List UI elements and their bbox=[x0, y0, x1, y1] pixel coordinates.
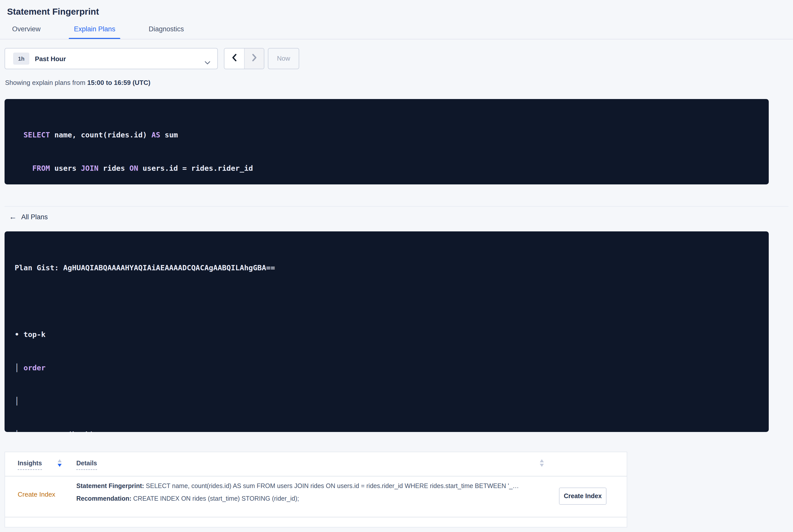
blank-line bbox=[15, 296, 275, 307]
insights-column-header[interactable]: Insights bbox=[18, 460, 42, 467]
time-range-summary: Showing explain plans from 15:00 to 16:5… bbox=[5, 78, 150, 88]
sql-statement: SELECT name, count(rides.id) AS sum FROM… bbox=[15, 107, 253, 185]
plan-gist-label: Plan Gist: bbox=[15, 264, 63, 272]
chevron-right-icon bbox=[251, 54, 257, 64]
next-interval-button[interactable] bbox=[245, 49, 264, 69]
sql-line: SELECT name, count(rides.id) AS sum bbox=[15, 129, 253, 140]
sort-icon-insights[interactable] bbox=[58, 459, 62, 467]
sql-line: FROM users JOIN rides ON users.id = ride… bbox=[15, 163, 253, 174]
previous-interval-button[interactable] bbox=[224, 49, 245, 69]
tab-divider bbox=[0, 39, 793, 39]
plan-gist-content: Plan Gist: AgHUAQIABQAAAAHYAQIAiAEAAAADC… bbox=[15, 240, 275, 432]
recommendation-detail: Recommendation: CREATE INDEX ON rides (s… bbox=[76, 495, 544, 503]
all-plans-label: All Plans bbox=[21, 213, 48, 221]
plan-tree-line: • top-k bbox=[15, 329, 275, 340]
sort-down-triangle bbox=[540, 464, 544, 467]
time-range-label: Past Hour bbox=[35, 55, 66, 62]
summary-range: 15:00 to 16:59 (UTC) bbox=[87, 79, 150, 87]
insights-table: Insights Details Create Index Statement … bbox=[4, 452, 627, 528]
tab-explain-plans[interactable]: Explain Plans bbox=[69, 20, 120, 39]
sort-down-triangle bbox=[58, 464, 62, 467]
tab-diagnostics[interactable]: Diagnostics bbox=[144, 20, 189, 39]
detail-label: Statement Fingerprint: bbox=[76, 482, 144, 490]
statement-fingerprint-detail: Statement Fingerprint: SELECT name, coun… bbox=[76, 482, 544, 491]
arrow-left-icon: ← bbox=[9, 213, 17, 221]
detail-label: Recommendation: bbox=[76, 495, 131, 502]
chevron-left-icon bbox=[231, 54, 237, 64]
details-column-label: Details bbox=[76, 460, 97, 470]
plan-tree-line: │ order bbox=[15, 362, 275, 373]
table-row-divider bbox=[5, 517, 627, 517]
detail-text: SELECT name, count(rides.id) AS sum FROM… bbox=[144, 482, 519, 490]
create-index-button[interactable]: Create Index bbox=[559, 488, 606, 505]
plan-tree-line: │ bbox=[15, 396, 275, 407]
now-button[interactable]: Now bbox=[268, 48, 299, 69]
tab-bar: Overview Explain Plans Diagnostics bbox=[7, 20, 189, 39]
table-header-divider bbox=[5, 476, 627, 476]
plan-gist-line: Plan Gist: AgHUAQIABQAAAAHYAQIAiAEAAAADC… bbox=[15, 262, 275, 273]
section-divider bbox=[4, 206, 789, 207]
sql-statement-box: SELECT name, count(rides.id) AS sum FROM… bbox=[4, 99, 769, 185]
time-range-dropdown[interactable]: 1h Past Hour bbox=[4, 48, 218, 69]
page-title: Statement Fingerprint bbox=[7, 6, 99, 17]
plan-tree-line: └── • group (hash) bbox=[15, 429, 275, 432]
sort-icon-details[interactable] bbox=[540, 459, 544, 467]
all-plans-link[interactable]: ← All Plans bbox=[9, 213, 48, 221]
sort-up-triangle bbox=[540, 459, 544, 462]
sort-up-triangle bbox=[58, 459, 62, 462]
plan-gist-box: Plan Gist: AgHUAQIABQAAAAHYAQIAiAEAAAADC… bbox=[4, 231, 769, 432]
time-range-badge: 1h bbox=[13, 53, 29, 65]
chevron-down-icon bbox=[205, 58, 210, 67]
summary-prefix: Showing explain plans from bbox=[5, 79, 87, 87]
time-pager bbox=[224, 48, 264, 69]
insights-column-label: Insights bbox=[18, 460, 42, 470]
detail-text: CREATE INDEX ON rides (start_time) STORI… bbox=[131, 495, 299, 502]
statement-fingerprint-page: Statement Fingerprint Overview Explain P… bbox=[0, 0, 793, 532]
create-index-link[interactable]: Create Index bbox=[18, 491, 55, 498]
tab-overview[interactable]: Overview bbox=[7, 20, 46, 39]
details-column-header[interactable]: Details bbox=[76, 460, 97, 467]
plan-gist-value: AgHUAQIABQAAAAHYAQIAiAEAAAADCQACAgAABQIL… bbox=[63, 264, 275, 272]
